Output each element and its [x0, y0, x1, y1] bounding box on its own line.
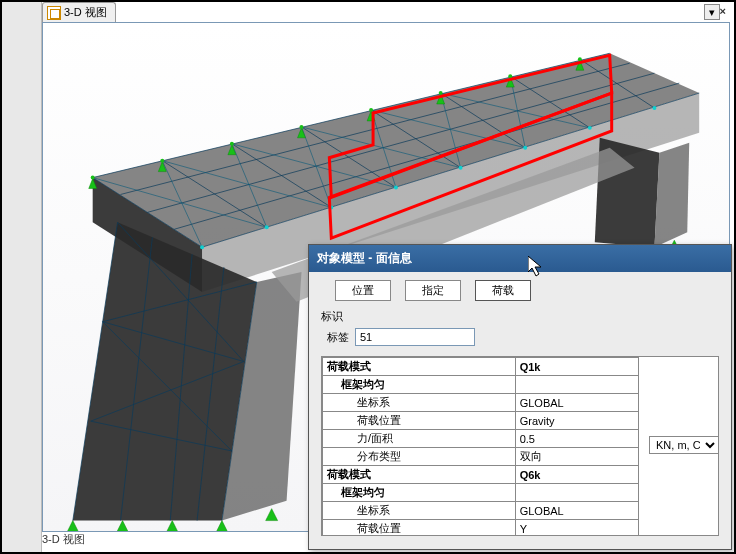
table-row[interactable]: 分布类型双向: [323, 448, 639, 466]
tab-3d-view[interactable]: 3-D 视图: [42, 2, 116, 22]
table-row[interactable]: 框架均匀: [323, 376, 639, 394]
cube-icon: [47, 6, 61, 20]
table-row[interactable]: 荷载位置Gravity: [323, 412, 639, 430]
table-row[interactable]: 荷载模式Q6k: [323, 466, 639, 484]
svg-point-74: [588, 126, 592, 130]
svg-point-65: [439, 91, 443, 95]
svg-point-64: [369, 108, 373, 112]
table-row[interactable]: 荷载模式Q1k: [323, 358, 639, 376]
svg-point-62: [230, 142, 234, 146]
tab-load[interactable]: 荷载: [475, 280, 531, 301]
svg-point-61: [160, 159, 164, 163]
svg-marker-52: [67, 521, 79, 531]
table-row[interactable]: 框架均匀: [323, 484, 639, 502]
table-row[interactable]: 力/面积0.5: [323, 430, 639, 448]
viewport-dropdown[interactable]: ▾: [704, 4, 720, 20]
svg-marker-55: [216, 521, 228, 531]
svg-point-63: [300, 125, 304, 129]
object-model-dialog[interactable]: 对象模型 - 面信息 位置 指定 荷载 标识 标签 荷载模式Q1k框架均匀坐标系…: [308, 244, 732, 550]
dialog-title[interactable]: 对象模型 - 面信息: [309, 245, 731, 272]
tab-bar: 3-D 视图: [42, 2, 116, 22]
svg-marker-6: [654, 143, 689, 247]
status-text: 3-D 视图: [42, 533, 85, 545]
units-dropdown[interactable]: KN, m, C: [649, 436, 719, 454]
svg-point-75: [652, 106, 656, 110]
svg-point-66: [508, 74, 512, 78]
status-bar: 3-D 视图: [42, 532, 85, 548]
svg-point-69: [265, 225, 269, 229]
svg-point-67: [578, 57, 582, 61]
tab-assign[interactable]: 指定: [405, 280, 461, 301]
left-gutter: [2, 2, 42, 552]
tag-input[interactable]: [355, 328, 475, 346]
svg-marker-54: [166, 521, 178, 531]
svg-point-68: [200, 245, 204, 249]
dialog-tabs: 位置 指定 荷载: [335, 280, 723, 301]
dialog-body: 位置 指定 荷载 标识 标签 荷载模式Q1k框架均匀坐标系GLOBAL荷载位置G…: [309, 272, 731, 549]
svg-marker-56: [266, 509, 278, 521]
tab-position[interactable]: 位置: [335, 280, 391, 301]
table-row[interactable]: 荷载位置Y: [323, 520, 639, 537]
svg-point-60: [91, 176, 95, 180]
table-row[interactable]: 坐标系GLOBAL: [323, 394, 639, 412]
svg-marker-53: [117, 521, 129, 531]
table-row[interactable]: 坐标系GLOBAL: [323, 502, 639, 520]
svg-point-71: [394, 186, 398, 190]
property-table: 荷载模式Q1k框架均匀坐标系GLOBAL荷载位置Gravity力/面积0.5分布…: [322, 357, 639, 536]
tag-label: 标签: [327, 330, 349, 345]
units-selector: KN, m, C: [649, 436, 719, 454]
group-identity-label: 标识: [321, 309, 723, 324]
svg-point-73: [523, 146, 527, 150]
svg-point-72: [459, 166, 463, 170]
tab-label: 3-D 视图: [64, 5, 107, 20]
